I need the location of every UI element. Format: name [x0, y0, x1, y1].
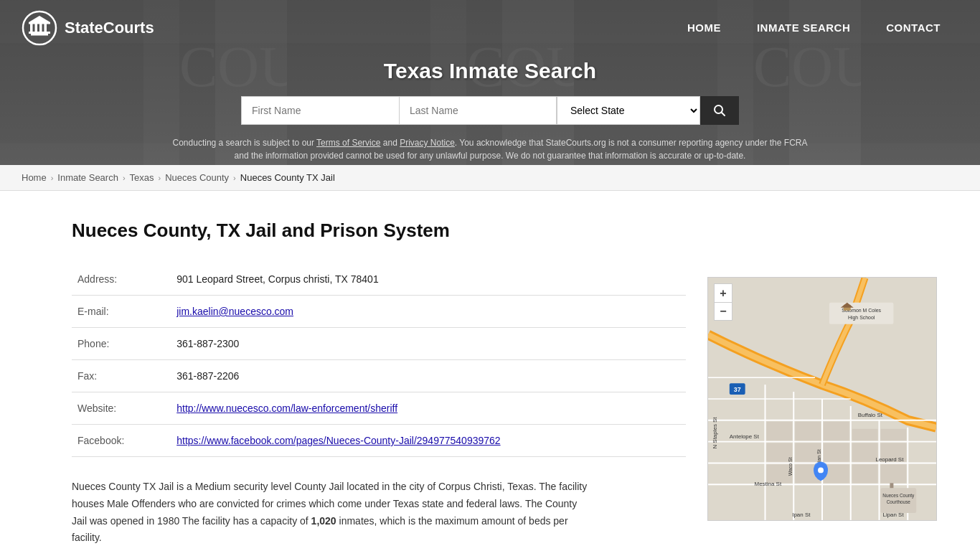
svg-rect-5 — [39, 24, 42, 32]
svg-text:Nueces County: Nueces County — [882, 493, 915, 499]
nav-home[interactable]: HOME — [669, 14, 739, 41]
website-row: Website: http://www.nuecesco.com/law-enf… — [72, 392, 686, 425]
svg-text:Leopard St: Leopard St — [876, 456, 905, 463]
map-container: + − — [707, 277, 937, 521]
phone-label: Phone: — [72, 328, 171, 360]
search-button[interactable] — [700, 96, 739, 125]
email-row: E-mail: jim.kaelin@nuecesco.com — [72, 296, 686, 328]
facility-info-table: Address: 901 Leopard Street, Corpus chri… — [72, 263, 686, 457]
website-value: http://www.nuecesco.com/law-enforcement/… — [171, 392, 686, 425]
svg-rect-3 — [30, 24, 33, 32]
logo-icon — [22, 10, 57, 46]
map-zoom-out[interactable]: − — [714, 302, 732, 321]
svg-text:Mestina St: Mestina St — [755, 481, 782, 487]
breadcrumb-county-link[interactable]: Nueces County — [165, 172, 229, 183]
facebook-link[interactable]: https://www.facebook.com/pages/Nueces-Co… — [176, 435, 500, 446]
last-name-input[interactable] — [399, 96, 557, 125]
nav-inmate-search[interactable]: INMATE SEARCH — [739, 14, 868, 41]
svg-text:Waco St: Waco St — [788, 457, 793, 476]
svg-text:Ipan St: Ipan St — [792, 512, 811, 518]
svg-rect-31 — [824, 422, 849, 441]
svg-rect-37 — [880, 429, 906, 441]
svg-line-10 — [722, 113, 725, 116]
svg-rect-35 — [852, 443, 878, 462]
breadcrumb-sep-3: › — [159, 174, 161, 182]
website-label: Website: — [72, 392, 171, 425]
capacity-bold: 1,020 — [311, 515, 336, 527]
svg-rect-2 — [31, 34, 48, 36]
logo-area: StateCourts — [22, 10, 154, 46]
breadcrumb-county: Nueces County — [165, 172, 229, 183]
breadcrumb-state-link[interactable]: Texas — [130, 172, 154, 183]
svg-text:Courthouse: Courthouse — [887, 499, 911, 504]
disclaimer-text: Conducting a search is subject to our Te… — [167, 136, 813, 162]
phone-row: Phone: 361-887-2300 — [72, 328, 686, 360]
svg-rect-1 — [29, 32, 50, 34]
svg-rect-39 — [880, 464, 906, 483]
main-content: Nueces County, TX Jail and Prison System… — [0, 191, 980, 551]
svg-marker-8 — [29, 16, 50, 22]
facility-heading: Nueces County, TX Jail and Prison System — [72, 220, 686, 242]
svg-rect-42 — [829, 303, 893, 324]
top-navigation: StateCourts HOME INMATE SEARCH CONTACT — [0, 0, 980, 55]
fax-value: 361-887-2206 — [171, 360, 686, 392]
search-bar: Select State AlabamaAlaskaArizona Arkans… — [0, 96, 980, 125]
svg-rect-7 — [29, 22, 50, 24]
logo-text: StateCourts — [65, 19, 154, 37]
facebook-label: Facebook: — [72, 425, 171, 457]
svg-rect-6 — [44, 24, 47, 32]
website-link[interactable]: http://www.nuecesco.com/law-enforcement/… — [176, 402, 397, 414]
state-select[interactable]: Select State AlabamaAlaskaArizona Arkans… — [557, 96, 700, 125]
email-label: E-mail: — [72, 296, 171, 328]
breadcrumb-current: Nueces County TX Jail — [240, 172, 335, 183]
map-svg: 37 Solomon M Coles High School Buffalo S… — [708, 278, 936, 520]
facebook-row: Facebook: https://www.facebook.com/pages… — [72, 425, 686, 457]
nav-contact[interactable]: CONTACT — [868, 14, 958, 41]
map-section: + − — [707, 277, 937, 547]
map-zoom-in[interactable]: + — [714, 283, 732, 302]
svg-text:High School: High School — [848, 315, 875, 321]
breadcrumb: Home › Inmate Search › Texas › Nueces Co… — [0, 165, 980, 191]
address-label: Address: — [72, 263, 171, 296]
address-row: Address: 901 Leopard Street, Corpus chri… — [72, 263, 686, 296]
facebook-value: https://www.facebook.com/pages/Nueces-Co… — [171, 425, 686, 457]
svg-rect-32 — [824, 443, 849, 462]
search-icon — [713, 104, 726, 117]
breadcrumb-inmate-search: Inmate Search — [57, 172, 118, 183]
first-name-input[interactable] — [241, 96, 399, 125]
address-value: 901 Leopard Street, Corpus christi, TX 7… — [171, 263, 686, 296]
svg-rect-25 — [766, 422, 792, 441]
breadcrumb-state: Texas — [130, 172, 154, 183]
svg-rect-4 — [35, 24, 38, 32]
terms-link[interactable]: Terms of Service — [316, 138, 380, 148]
info-section: Nueces County, TX Jail and Prison System… — [72, 220, 686, 547]
svg-point-62 — [818, 467, 824, 473]
svg-text:Antelope St: Antelope St — [730, 433, 760, 440]
breadcrumb-inmate-search-link[interactable]: Inmate Search — [57, 172, 118, 183]
breadcrumb-sep-2: › — [123, 174, 126, 182]
breadcrumb-home: Home — [22, 172, 47, 183]
svg-rect-55 — [890, 483, 893, 488]
breadcrumb-sep-4: › — [233, 174, 236, 182]
facility-description: Nueces County TX Jail is a Medium securi… — [72, 479, 588, 547]
email-value: jim.kaelin@nuecesco.com — [171, 296, 686, 328]
svg-rect-36 — [852, 464, 878, 483]
header-title: Texas Inmate Search — [0, 59, 980, 83]
email-link[interactable]: jim.kaelin@nuecesco.com — [176, 306, 293, 317]
page-header: StateCourts HOME INMATE SEARCH CONTACT T… — [0, 0, 980, 165]
svg-rect-34 — [852, 429, 878, 441]
svg-text:Lipan St: Lipan St — [882, 512, 904, 518]
breadcrumb-sep-1: › — [51, 174, 54, 182]
phone-value: 361-887-2300 — [171, 328, 686, 360]
svg-text:N Staples St: N Staples St — [712, 417, 718, 449]
fax-label: Fax: — [72, 360, 171, 392]
svg-rect-28 — [795, 422, 821, 441]
breadcrumb-home-link[interactable]: Home — [22, 172, 47, 183]
fax-row: Fax: 361-887-2206 — [72, 360, 686, 392]
svg-text:Buffalo St: Buffalo St — [858, 412, 883, 418]
map-controls: + − — [714, 283, 732, 321]
nav-links: HOME INMATE SEARCH CONTACT — [669, 14, 958, 41]
header-content: Texas Inmate Search Select State Alabama… — [0, 55, 980, 162]
svg-text:37: 37 — [734, 386, 741, 393]
privacy-link[interactable]: Privacy Notice — [400, 138, 455, 148]
